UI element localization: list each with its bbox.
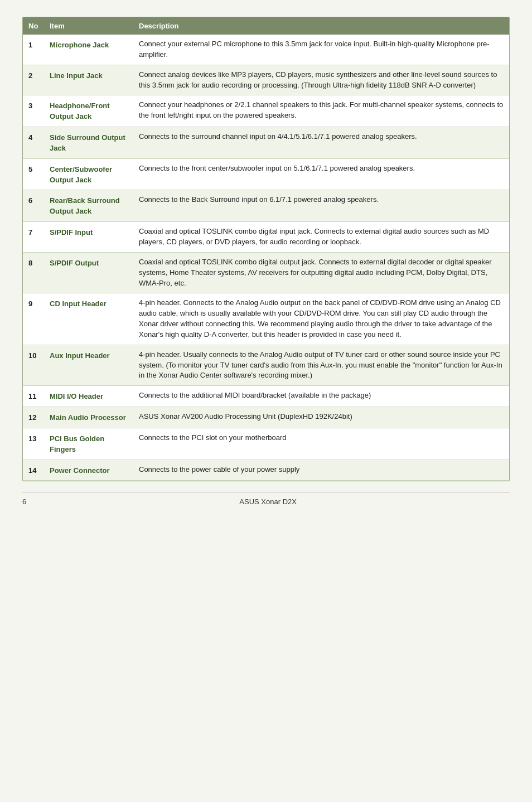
col-header-item: Item [44,17,133,35]
cell-no: 11 [23,386,44,407]
cell-description: 4-pin header. Usually connects to the An… [133,345,509,386]
table-row: 4Side Surround Output JackConnects to th… [23,127,509,159]
cell-no: 4 [23,127,44,159]
cell-item: CD Input Header [44,293,133,345]
cell-no: 8 [23,252,44,293]
cell-description: Connect your external PC microphone to t… [133,35,509,65]
col-header-no: No [23,17,44,35]
page-footer: 6 ASUS Xonar D2X [22,492,510,506]
cell-item: Headphone/Front Output Jack [44,95,133,127]
main-table-wrapper: No Item Description 1Microphone JackConn… [22,17,510,481]
cell-description: Connects to the front center/subwoofer i… [133,158,509,190]
cell-item: Side Surround Output Jack [44,127,133,159]
page-wrapper: No Item Description 1Microphone JackConn… [22,17,510,506]
table-row: 13PCI Bus Golden FingersConnects to the … [23,428,509,460]
cell-description: Connects to the power cable of your powe… [133,460,509,481]
cell-item: Line Input Jack [44,65,133,95]
cell-description: 4-pin header. Connects to the Analog Aud… [133,293,509,345]
cell-description: Connects to the additional MIDI board/br… [133,386,509,407]
cell-no: 7 [23,222,44,253]
table-row: 8S/PDIF OutputCoaxial and optical TOSLIN… [23,252,509,293]
cell-no: 5 [23,158,44,190]
cell-item: PCI Bus Golden Fingers [44,428,133,460]
table-row: 14Power ConnectorConnects to the power c… [23,460,509,481]
cell-description: Coaxial and optical TOSLINK combo digita… [133,252,509,293]
table-row: 1Microphone JackConnect your external PC… [23,35,509,65]
cell-description: ASUS Xonar AV200 Audio Processing Unit (… [133,407,509,428]
cell-no: 13 [23,428,44,460]
cell-item: Main Audio Processor [44,407,133,428]
cell-no: 3 [23,95,44,127]
cell-no: 1 [23,35,44,65]
cell-no: 6 [23,190,44,222]
table-row: 12Main Audio ProcessorASUS Xonar AV200 A… [23,407,509,428]
footer-title: ASUS Xonar D2X [26,497,510,506]
cell-item: Aux Input Header [44,345,133,386]
cell-description: Connects to the surround channel input o… [133,127,509,159]
table-row: 6Rear/Back Surround Output JackConnects … [23,190,509,222]
cell-no: 14 [23,460,44,481]
col-header-description: Description [133,17,509,35]
cell-item: Rear/Back Surround Output Jack [44,190,133,222]
cell-description: Coaxial and optical TOSLINK combo digita… [133,222,509,253]
table-row: 3Headphone/Front Output JackConnect your… [23,95,509,127]
table-header-row: No Item Description [23,17,509,35]
table-row: 7S/PDIF InputCoaxial and optical TOSLINK… [23,222,509,253]
cell-item: Microphone Jack [44,35,133,65]
table-row: 9CD Input Header4-pin header. Connects t… [23,293,509,345]
cell-item: S/PDIF Input [44,222,133,253]
table-row: 11MIDI I/O HeaderConnects to the additio… [23,386,509,407]
cell-item: Center/Subwoofer Output Jack [44,158,133,190]
cell-no: 10 [23,345,44,386]
table-row: 2Line Input JackConnect analog devices l… [23,65,509,95]
table-row: 5Center/Subwoofer Output JackConnects to… [23,158,509,190]
cell-no: 2 [23,65,44,95]
cell-item: MIDI I/O Header [44,386,133,407]
cell-description: Connect your headphones or 2/2.1 channel… [133,95,509,127]
cell-description: Connect analog devices like MP3 players,… [133,65,509,95]
page-number: 6 [22,497,26,506]
cell-no: 9 [23,293,44,345]
table-row: 10Aux Input Header4-pin header. Usually … [23,345,509,386]
cell-description: Connects to the PCI slot on your motherb… [133,428,509,460]
components-table: No Item Description 1Microphone JackConn… [23,17,509,481]
cell-item: Power Connector [44,460,133,481]
cell-no: 12 [23,407,44,428]
cell-item: S/PDIF Output [44,252,133,293]
cell-description: Connects to the Back Surround input on 6… [133,190,509,222]
